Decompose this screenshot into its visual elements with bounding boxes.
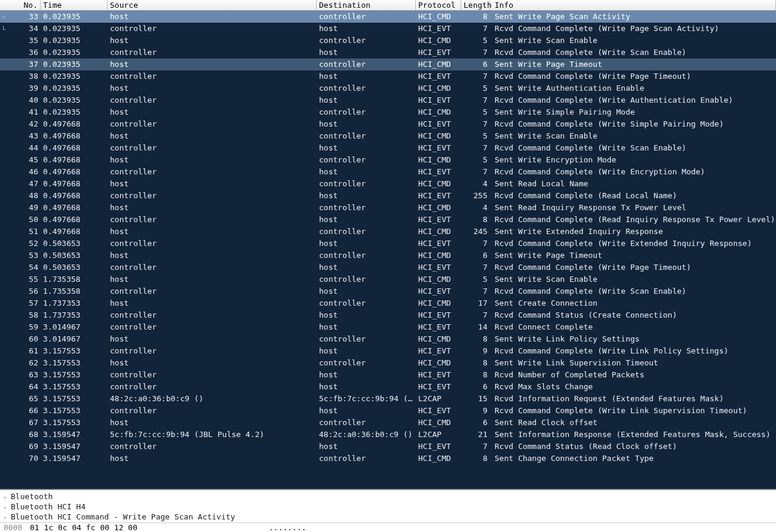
column-headers[interactable]: No. Time Source Destination Protocol Len… <box>0 0 776 11</box>
cell-info: Sent Write Page Timeout <box>490 59 776 70</box>
cell-info: Rcvd Command Complete (Write Link Policy… <box>490 345 776 357</box>
cell-dest: host <box>317 381 416 393</box>
packet-row[interactable]: 470.497668hostcontrollerHCI_CMD4Sent Rea… <box>0 178 776 190</box>
packet-row[interactable]: 613.157553controllerhostHCI_EVT9Rcvd Com… <box>0 345 776 357</box>
packet-row[interactable]: 693.159547controllerhostHCI_EVT7Rcvd Com… <box>0 441 776 453</box>
cell-no: 41 <box>0 106 41 118</box>
cell-dest: host <box>317 47 416 59</box>
packet-row[interactable]: 561.735358controllerhostHCI_EVT7Rcvd Com… <box>0 285 776 297</box>
packet-row[interactable]: 400.023935controllerhostHCI_EVT7Rcvd Com… <box>0 94 776 106</box>
cell-no: 44 <box>0 142 41 154</box>
packet-row[interactable]: 390.023935hostcontrollerHCI_CMD5Sent Wri… <box>0 82 776 94</box>
cell-len: 6 <box>461 59 490 70</box>
cell-no: 34 <box>0 23 41 35</box>
cell-proto: HCI_CMD <box>416 417 461 429</box>
packet-row[interactable]: 603.014967hostcontrollerHCI_CMD8Sent Wri… <box>0 333 776 345</box>
packet-row[interactable]: 593.014967controllerhostHCI_EVT14Rcvd Co… <box>0 321 776 333</box>
cell-time: 0.497668 <box>41 214 108 226</box>
cell-dest: host <box>317 70 416 82</box>
packet-row[interactable]: 420.497668controllerhostHCI_EVT7Rcvd Com… <box>0 118 776 130</box>
cell-dest: host <box>317 309 416 321</box>
packet-row[interactable]: 370.023935hostcontrollerHCI_CMD6Sent Wri… <box>0 59 776 70</box>
packet-row[interactable]: 380.023935controllerhostHCI_EVT7Rcvd Com… <box>0 70 776 82</box>
cell-info: Rcvd Command Complete (Read Local Name) <box>490 190 776 202</box>
packet-row[interactable]: 490.497668hostcontrollerHCI_CMD4Sent Rea… <box>0 202 776 214</box>
cell-time: 0.023935 <box>41 23 108 35</box>
tree-node[interactable]: Bluetooth <box>4 491 772 502</box>
packet-row[interactable]: 500.497668controllerhostHCI_EVT8Rcvd Com… <box>0 214 776 226</box>
cell-len: 7 <box>461 23 490 35</box>
cell-source: host <box>108 82 317 94</box>
col-header-source[interactable]: Source <box>108 0 317 10</box>
cell-proto: HCI_EVT <box>416 309 461 321</box>
packet-row[interactable]: 410.023935hostcontrollerHCI_CMD5Sent Wri… <box>0 106 776 118</box>
packet-row[interactable]: 430.497668hostcontrollerHCI_CMD5Sent Wri… <box>0 130 776 142</box>
cell-len: 245 <box>461 226 490 238</box>
packet-row[interactable]: 653.15755348:2c:a0:36:b0:c9 ()5c:fb:7c:c… <box>0 393 776 405</box>
packet-row[interactable]: 551.735358hostcontrollerHCI_CMD5Sent Wri… <box>0 273 776 285</box>
cell-no: 51 <box>0 226 41 238</box>
cell-source: host <box>108 250 317 262</box>
cell-len: 8 <box>461 369 490 381</box>
tree-node[interactable]: Bluetooth HCI Command - Write Page Scan … <box>4 512 772 522</box>
cell-source: controller <box>108 321 317 333</box>
packet-row[interactable]: 633.157553controllerhostHCI_EVT8Rcvd Num… <box>0 369 776 381</box>
packet-row[interactable]: 703.159547hostcontrollerHCI_CMD8Sent Cha… <box>0 453 776 465</box>
cell-time: 3.157553 <box>41 405 108 417</box>
cell-source: controller <box>108 381 317 393</box>
packet-rows[interactable]: 330.023935hostcontrollerHCI_CMD8Sent Wri… <box>0 11 776 489</box>
col-header-no[interactable]: No. <box>0 0 41 10</box>
cell-time: 0.497668 <box>41 226 108 238</box>
col-header-destination[interactable]: Destination <box>317 0 416 10</box>
cell-source: controller <box>108 190 317 202</box>
packet-row[interactable]: 460.497668controllerhostHCI_EVT7Rcvd Com… <box>0 166 776 178</box>
packet-row[interactable]: 663.157553controllerhostHCI_EVT9Rcvd Com… <box>0 405 776 417</box>
cell-dest: host <box>317 405 416 417</box>
cell-time: 3.159547 <box>41 429 108 441</box>
packet-row[interactable]: 480.497668controllerhostHCI_EVT255Rcvd C… <box>0 190 776 202</box>
cell-no: 68 <box>0 429 41 441</box>
packet-row[interactable]: 571.737353hostcontrollerHCI_CMD17Sent Cr… <box>0 297 776 309</box>
cell-time: 0.503653 <box>41 238 108 250</box>
packet-details-pane[interactable]: Bluetooth Bluetooth HCI H4 Bluetooth HCI… <box>0 490 776 522</box>
packet-row[interactable]: 683.1595475c:fb:7c:cc:9b:94 (JBL Pulse 4… <box>0 429 776 441</box>
cell-no: 43 <box>0 130 41 142</box>
cell-source: controller <box>108 238 317 250</box>
cell-proto: HCI_EVT <box>416 381 461 393</box>
tree-node[interactable]: Bluetooth HCI H4 <box>4 502 772 512</box>
col-header-time[interactable]: Time <box>41 0 108 10</box>
cell-source: controller <box>108 405 317 417</box>
packet-row[interactable]: 330.023935hostcontrollerHCI_CMD8Sent Wri… <box>0 11 776 23</box>
cell-source: controller <box>108 369 317 381</box>
packet-row[interactable]: 440.497668controllerhostHCI_EVT7Rcvd Com… <box>0 142 776 154</box>
packet-bytes-pane[interactable]: 0000 01 1c 0c 04 fc 00 12 00 ........ <box>0 522 776 532</box>
cell-source: host <box>108 357 317 369</box>
col-header-protocol[interactable]: Protocol <box>416 0 461 10</box>
cell-len: 5 <box>461 130 490 142</box>
col-header-length[interactable]: Length <box>461 0 490 10</box>
cell-len: 7 <box>461 118 490 130</box>
packet-row[interactable]: 520.503653controllerhostHCI_EVT7Rcvd Com… <box>0 238 776 250</box>
col-header-info[interactable]: Info <box>490 0 776 10</box>
cell-no: 55 <box>0 273 41 285</box>
cell-info: Rcvd Command Complete (Write Extended In… <box>490 238 776 250</box>
cell-info: Rcvd Command Complete (Write Link Superv… <box>490 405 776 417</box>
cell-source: controller <box>108 70 317 82</box>
packet-row[interactable]: 360.023935controllerhostHCI_EVT7Rcvd Com… <box>0 47 776 59</box>
cell-no: 58 <box>0 309 41 321</box>
packet-row[interactable]: 510.497668hostcontrollerHCI_CMD245Sent W… <box>0 226 776 238</box>
cell-len: 8 <box>461 11 490 23</box>
cell-len: 14 <box>461 321 490 333</box>
packet-row[interactable]: 673.157553hostcontrollerHCI_CMD6Sent Rea… <box>0 417 776 429</box>
packet-row[interactable]: 350.023935hostcontrollerHCI_CMD5Sent Wri… <box>0 35 776 47</box>
cell-info: Sent Create Connection <box>490 297 776 309</box>
cell-dest: controller <box>317 250 416 262</box>
packet-row[interactable]: 643.157553controllerhostHCI_EVT6Rcvd Max… <box>0 381 776 393</box>
packet-row[interactable]: 581.737353controllerhostHCI_EVT7Rcvd Com… <box>0 309 776 321</box>
packet-row[interactable]: 450.497668hostcontrollerHCI_CMD5Sent Wri… <box>0 154 776 166</box>
packet-row[interactable]: 540.503653controllerhostHCI_EVT7Rcvd Com… <box>0 262 776 273</box>
packet-row[interactable]: 340.023935controllerhostHCI_EVT7Rcvd Com… <box>0 23 776 35</box>
packet-row[interactable]: 530.503653hostcontrollerHCI_CMD6Sent Wri… <box>0 250 776 262</box>
cell-source: controller <box>108 94 317 106</box>
packet-row[interactable]: 623.157553hostcontrollerHCI_CMD8Sent Wri… <box>0 357 776 369</box>
